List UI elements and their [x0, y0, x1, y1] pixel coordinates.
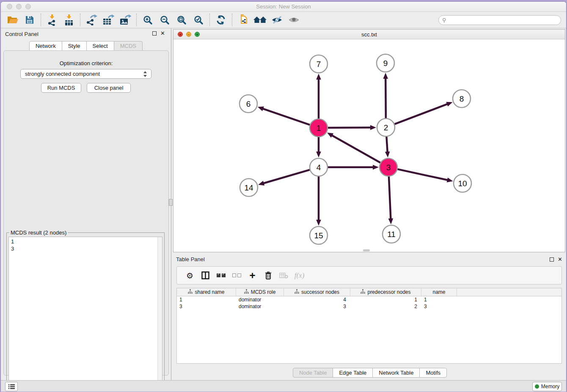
edge-3-11[interactable]	[389, 177, 391, 219]
arrowhead-1-7	[316, 74, 321, 80]
dropdown-arrows-icon	[143, 71, 147, 77]
zoom-out-icon	[160, 15, 170, 25]
open-session-button[interactable]	[4, 13, 21, 27]
memory-button[interactable]: Memory	[532, 382, 562, 391]
column-header-successor-nodes[interactable]: successor nodes	[284, 288, 350, 296]
edge-1-2[interactable]	[328, 127, 371, 128]
network-graph[interactable]: 7968124314101511	[173, 39, 565, 252]
table-cell[interactable]: 4	[284, 296, 350, 303]
checked-box-icon: ✓	[217, 273, 220, 277]
zoom-in-button[interactable]	[139, 13, 156, 27]
table-settings-button[interactable]: ⚙	[182, 269, 198, 282]
search-box[interactable]: ⚲	[438, 15, 561, 25]
table-cell[interactable]: 1	[421, 296, 457, 303]
column-type-icon	[244, 289, 249, 295]
show-all-button[interactable]	[286, 13, 303, 27]
tab-network-table[interactable]: Network Table	[372, 368, 420, 378]
tab-node-table[interactable]: Node Table	[293, 368, 333, 378]
edge-2-9[interactable]	[385, 78, 386, 118]
column-header-name[interactable]: name	[421, 288, 457, 296]
table-cell[interactable]: 3	[421, 303, 457, 310]
zoom-fit-icon	[177, 15, 187, 25]
table-cell[interactable]: dominator	[236, 296, 284, 303]
run-mcds-button[interactable]: Run MCDS	[41, 83, 81, 93]
unchecked-box-icon	[232, 273, 236, 277]
zoom-in-icon	[143, 15, 153, 25]
tab-motifs[interactable]: Motifs	[419, 368, 447, 378]
table-panel-title: Table Panel	[176, 256, 205, 262]
table-row[interactable]: 3dominator323	[177, 303, 561, 310]
tab-mcds[interactable]: MCDS	[114, 41, 143, 51]
table-cell[interactable]: dominator	[236, 303, 284, 310]
eye-slash-icon	[271, 16, 283, 24]
criterion-dropdown-value: strongly connected component	[25, 71, 100, 77]
float-table-panel-icon[interactable]	[550, 257, 554, 262]
arrowhead-1-6	[258, 107, 264, 111]
result-scrollbar[interactable]	[157, 237, 162, 390]
column-header-label: predecessor nodes	[367, 289, 410, 295]
mcds-result-list[interactable]: 13	[8, 237, 162, 390]
save-session-button[interactable]	[21, 13, 38, 27]
column-header-label: name	[432, 289, 445, 295]
import-table-button[interactable]	[61, 13, 77, 27]
control-panel-title: Control Panel	[5, 31, 39, 37]
tab-select[interactable]: Select	[86, 41, 114, 51]
delete-column-button[interactable]	[260, 269, 276, 282]
import-network-button[interactable]	[44, 13, 61, 27]
tab-network[interactable]: Network	[29, 41, 62, 51]
table-cell[interactable]: 3	[177, 303, 236, 310]
edge-4-14[interactable]	[263, 170, 310, 183]
table-panel: Table Panel ✕ ⚙ ✓✓ +	[172, 254, 567, 380]
network-window-titlebar[interactable]: × − + scc.txt	[173, 30, 565, 39]
edge-2-3[interactable]	[386, 137, 387, 152]
close-panel-button[interactable]: Close panel	[87, 83, 131, 93]
graph-canvas[interactable]: 7968124314101511	[173, 39, 565, 252]
table-cell[interactable]: 1	[177, 296, 236, 303]
zoom-out-button[interactable]	[156, 13, 173, 27]
node-label-2: 2	[384, 123, 388, 132]
edge-1-6[interactable]	[262, 108, 310, 124]
hide-selected-button[interactable]	[269, 13, 286, 27]
search-input[interactable]	[448, 17, 561, 23]
deselect-all-columns-button[interactable]	[229, 269, 245, 282]
title-bar: Session: New Session	[1, 2, 566, 12]
close-table-panel-icon[interactable]: ✕	[558, 257, 562, 262]
zoom-selected-button[interactable]	[190, 13, 207, 27]
show-column-button[interactable]	[198, 269, 213, 282]
criterion-dropdown[interactable]: strongly connected component	[20, 69, 151, 79]
toolbar-separator	[209, 14, 210, 26]
table-row[interactable]: 1dominator411	[177, 296, 561, 303]
tab-edge-table[interactable]: Edge Table	[333, 368, 373, 378]
function-builder-button[interactable]: f(x)	[292, 269, 307, 282]
tab-style[interactable]: Style	[62, 41, 87, 51]
table-tabs: Node TableEdge TableNetwork TableMotifs	[172, 368, 567, 378]
export-network-button[interactable]	[83, 13, 100, 27]
export-image-button[interactable]	[117, 13, 134, 27]
optimization-criterion-label: Optimization criterion:	[4, 60, 168, 66]
close-panel-icon[interactable]: ✕	[160, 30, 165, 36]
refresh-view-button[interactable]	[212, 13, 229, 27]
control-panel: Control Panel ✕ NetworkStyleSelectMCDS O…	[1, 28, 171, 380]
select-all-columns-button[interactable]: ✓✓	[213, 269, 229, 282]
network-from-selection-button[interactable]	[235, 13, 252, 27]
column-header-predecessor-nodes[interactable]: predecessor nodes	[350, 288, 421, 296]
table-cell[interactable]: 3	[284, 303, 350, 310]
edge-2-8[interactable]	[395, 104, 448, 124]
edge-3-1[interactable]	[331, 135, 380, 163]
zoom-fit-button[interactable]	[173, 13, 190, 27]
arrowhead-1-4	[316, 152, 321, 157]
canvas-scroll-handle[interactable]	[363, 249, 370, 251]
column-header-MCDS-role[interactable]: MCDS role	[236, 288, 284, 296]
table-cell[interactable]: 1	[350, 296, 421, 303]
add-column-button[interactable]: +	[245, 269, 260, 282]
table-cell[interactable]: 2	[350, 303, 421, 310]
float-panel-icon[interactable]	[152, 31, 157, 36]
column-header-shared-name[interactable]: shared name	[177, 288, 236, 296]
edge-3-10[interactable]	[397, 169, 448, 180]
splitter-handle[interactable]	[169, 199, 173, 206]
task-history-button[interactable]	[5, 382, 18, 391]
first-neighbors-button[interactable]	[252, 13, 269, 27]
delete-table-button[interactable]	[276, 269, 292, 282]
node-label-3: 3	[386, 163, 391, 172]
export-table-button[interactable]	[100, 13, 117, 27]
